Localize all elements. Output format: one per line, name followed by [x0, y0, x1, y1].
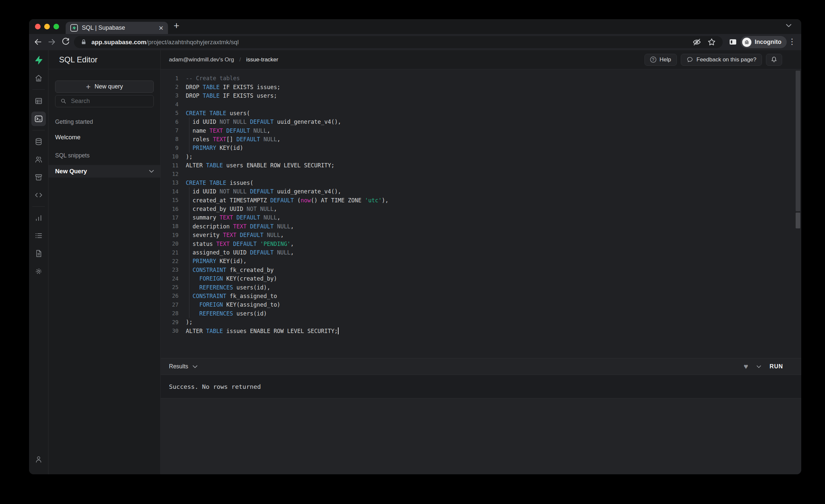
search-input[interactable]: [71, 98, 149, 104]
traffic-light[interactable]: [44, 24, 50, 29]
nav-divider: [32, 130, 45, 130]
side-panel-icon[interactable]: [729, 38, 737, 46]
plus-icon: +: [86, 83, 90, 91]
tab-strip: SQL | Supabase × +: [29, 19, 801, 34]
snippet-search[interactable]: [55, 95, 154, 107]
app-header: SQL Editor adam@windmill.dev's Org / iss…: [49, 50, 801, 69]
section-sql-snippets: SQL snippets: [55, 152, 154, 159]
code-lines[interactable]: 1-- Create tables2DROP TABLE IF EXISTS i…: [161, 69, 801, 358]
search-icon: [60, 98, 67, 104]
browser-tab[interactable]: SQL | Supabase ×: [66, 22, 168, 34]
sidebar-item-welcome[interactable]: Welcome: [55, 134, 154, 141]
breadcrumb-separator: /: [239, 57, 241, 63]
nav-divider: [32, 89, 45, 90]
tab-search-chevron-icon[interactable]: [786, 24, 791, 27]
tab-title: SQL | Supabase: [82, 24, 155, 31]
breadcrumb-org[interactable]: adam@windmill.dev's Org: [169, 57, 234, 63]
url-bar[interactable]: app.supabase.com/project/azahtnhqohyjerz…: [74, 36, 723, 48]
scrollbar-thumb[interactable]: [796, 213, 800, 228]
scrollbar-thumb[interactable]: [796, 71, 800, 211]
feedback-label: Feedback on this page?: [697, 57, 756, 63]
section-getting-started: Getting started: [55, 119, 154, 126]
traffic-lights: [35, 24, 59, 29]
url-text[interactable]: app.supabase.com/project/azahtnhqohyjerz…: [91, 39, 239, 46]
feedback-button[interactable]: Feedback on this page?: [681, 54, 762, 66]
eye-off-icon[interactable]: [692, 38, 701, 47]
sidebar-item-sql-editor[interactable]: [31, 112, 46, 126]
sidebar-item-authentication[interactable]: [34, 155, 43, 164]
incognito-label: Incognito: [755, 39, 781, 46]
sidebar-item-api[interactable]: [34, 191, 43, 200]
nav-divider: [32, 206, 45, 207]
traffic-light[interactable]: [35, 24, 41, 29]
page-title: SQL Editor: [49, 50, 161, 69]
browser-toolbar: app.supabase.com/project/azahtnhqohyjerz…: [29, 34, 801, 50]
new-query-label: New query: [94, 83, 123, 90]
breadcrumb-project[interactable]: issue-tracker: [246, 57, 278, 63]
success-message: Success. No rows returned: [169, 383, 261, 390]
nav-rail: [29, 50, 49, 474]
snippet-new-query[interactable]: New Query: [49, 165, 160, 177]
incognito-badge: Incognito: [741, 36, 787, 48]
new-tab-button[interactable]: +: [173, 20, 179, 31]
sidebar-item-logs[interactable]: [34, 231, 43, 240]
lock-icon[interactable]: [80, 39, 87, 45]
bell-icon: [770, 56, 777, 63]
back-icon[interactable]: [34, 38, 42, 46]
query-panel: + New query Getting started Welcome SQL …: [49, 69, 161, 474]
browser-menu-icon[interactable]: ⋮: [788, 37, 796, 46]
sidebar-item-home[interactable]: [34, 74, 43, 83]
notifications-button[interactable]: [766, 54, 782, 66]
sidebar-item-storage[interactable]: [34, 172, 43, 182]
sql-editor-pane: 1-- Create tables2DROP TABLE IF EXISTS i…: [161, 69, 801, 474]
results-bar: Results ♥ RUN: [161, 358, 801, 375]
help-label: Help: [660, 57, 671, 63]
query-status: Success. No rows returned: [161, 375, 801, 399]
account-icon[interactable]: [34, 455, 43, 464]
results-label: Results: [169, 363, 188, 370]
supabase-favicon-icon: [70, 24, 78, 32]
help-button[interactable]: ? Help: [645, 54, 677, 66]
close-tab-icon[interactable]: ×: [159, 24, 163, 32]
forward-icon[interactable]: [48, 38, 56, 46]
supabase-app: SQL Editor adam@windmill.dev's Org / iss…: [29, 50, 801, 474]
traffic-light[interactable]: [54, 24, 59, 29]
new-query-button[interactable]: + New query: [55, 80, 154, 93]
snippet-label: New Query: [55, 168, 87, 175]
browser-window: SQL | Supabase × + app.supabase.com/proj…: [29, 19, 801, 474]
sidebar-item-settings[interactable]: [34, 267, 43, 276]
run-button[interactable]: RUN: [769, 363, 783, 370]
favorite-heart-icon[interactable]: ♥: [744, 363, 748, 370]
supabase-logo-icon[interactable]: [34, 56, 43, 65]
chevron-down-icon[interactable]: [149, 170, 154, 172]
reload-icon[interactable]: [61, 38, 70, 46]
speech-bubble-icon: [686, 56, 693, 63]
sidebar-item-docs[interactable]: [34, 249, 43, 258]
run-options-chevron-icon[interactable]: [757, 365, 761, 368]
sidebar-item-database[interactable]: [34, 137, 43, 146]
bookmark-star-icon[interactable]: [707, 38, 716, 47]
results-empty-area: [161, 399, 801, 474]
help-icon: ?: [650, 57, 656, 63]
sidebar-item-table-editor[interactable]: [34, 96, 43, 105]
results-chevron-icon[interactable]: [193, 365, 197, 368]
url-domain: app.supabase.com: [91, 39, 147, 46]
url-path: /project/azahtnhqohyjerzaxtmk/sql: [147, 39, 239, 46]
sidebar-item-reports[interactable]: [34, 213, 43, 222]
incognito-icon: [742, 38, 751, 47]
